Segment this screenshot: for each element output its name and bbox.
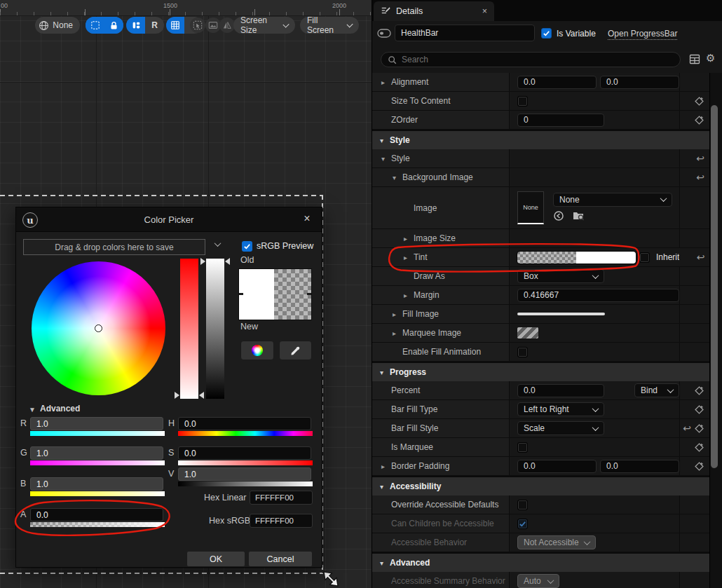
slider-input-b[interactable]: 1.0 (30, 477, 163, 491)
settings-gear-icon[interactable]: ⚙ (706, 52, 715, 64)
dropdown-bind[interactable]: Bind (634, 383, 679, 397)
expander-icon[interactable]: ▸ (393, 310, 402, 318)
bind-property-icon[interactable] (694, 423, 704, 434)
reset-to-default-icon[interactable]: ↩ (696, 172, 704, 182)
bind-property-icon[interactable] (694, 115, 704, 125)
gradient-bar-a[interactable] (30, 522, 165, 527)
slider-input-a[interactable]: 0.0 (30, 508, 163, 521)
browse-asset-icon[interactable] (573, 210, 585, 223)
expander-icon[interactable]: ▸ (404, 235, 414, 242)
checkbox[interactable] (517, 500, 528, 510)
gradient-bar-v[interactable] (178, 481, 313, 486)
slider-input-s[interactable]: 0.0 (178, 446, 311, 460)
widget-name-input[interactable]: HealthBar (395, 25, 535, 41)
reset-to-default-icon[interactable]: ↩ (696, 153, 704, 163)
number-input[interactable]: 0.0 (517, 384, 604, 397)
lock-icon[interactable] (104, 17, 123, 34)
slider-input-v[interactable]: 1.0 (178, 467, 311, 481)
tab-close-icon[interactable]: × (482, 6, 487, 16)
property-matrix-icon[interactable] (689, 54, 700, 67)
respect-locks-button[interactable]: R (145, 17, 164, 34)
saturation-handle-right[interactable] (199, 392, 204, 399)
category-advanced[interactable]: ▾Advanced (372, 552, 710, 572)
checkbox[interactable] (517, 96, 528, 107)
resize-handle-icon[interactable] (323, 571, 339, 587)
expander-icon[interactable]: ▸ (404, 292, 414, 299)
expander-icon[interactable]: ▸ (381, 463, 391, 470)
theme-menu-chevron-icon[interactable] (214, 240, 222, 247)
category-style[interactable]: ▾Style (372, 130, 710, 149)
bind-property-icon[interactable] (694, 404, 704, 415)
number-input[interactable]: 0.416667 (517, 289, 679, 302)
reset-to-default-icon[interactable]: ↩ (697, 252, 705, 262)
category-expander-icon[interactable]: ▾ (380, 369, 390, 376)
theme-dragdrop-area[interactable]: Drag & drop colors here to save (23, 239, 205, 255)
asset-thumbnail[interactable]: None (517, 191, 544, 224)
hex-srgb-input[interactable]: FFFFFF00 (250, 514, 313, 528)
saturation-handle-left[interactable] (175, 392, 179, 399)
bind-property-icon[interactable] (694, 442, 704, 453)
value-handle-left[interactable] (200, 258, 205, 265)
number-input[interactable]: 0.0 (517, 460, 597, 473)
advanced-expander-icon[interactable]: ▼ (29, 406, 36, 413)
cancel-button[interactable]: Cancel (248, 551, 313, 567)
search-input[interactable]: Search (381, 52, 681, 67)
value-handle-right[interactable] (225, 258, 230, 265)
use-selected-asset-icon[interactable] (553, 210, 564, 224)
open-progressbar-link[interactable]: Open ProgressBar (608, 29, 677, 40)
widget-outline-icon[interactable] (126, 17, 145, 34)
expander-icon[interactable]: ▸ (393, 329, 402, 337)
checkbox[interactable] (517, 347, 528, 357)
dropdown-scale[interactable]: Scale (517, 421, 604, 435)
slider-input-h[interactable]: 0.0 (178, 417, 311, 430)
bind-property-icon[interactable] (694, 96, 704, 107)
number-input[interactable]: 0.0 (600, 76, 679, 89)
bind-property-icon[interactable] (694, 385, 704, 396)
fill-screen-dropdown[interactable]: Fill Screen (300, 17, 359, 34)
hex-linear-input[interactable]: FFFFFF00 (250, 491, 313, 505)
checkbox[interactable] (517, 442, 528, 453)
bind-property-icon[interactable] (694, 461, 704, 472)
old-new-color-swatch[interactable] (239, 269, 311, 320)
dialog-titlebar[interactable]: u Color Picker × (16, 207, 322, 232)
gradient-bar-s[interactable] (178, 460, 313, 465)
expander-icon[interactable]: ▸ (381, 78, 391, 86)
marquee-image-preview[interactable] (517, 327, 538, 339)
color-wheel-cursor[interactable] (95, 324, 102, 332)
category-expander-icon[interactable]: ▾ (380, 559, 390, 567)
dropdown-left-to-right[interactable]: Left to Right (517, 402, 604, 416)
is-variable-checkbox[interactable] (541, 28, 552, 39)
localization-button[interactable]: None (35, 17, 80, 34)
scrollbar-thumb[interactable] (711, 105, 718, 468)
gradient-bar-g[interactable] (30, 460, 165, 465)
fill-image-preview[interactable] (517, 313, 605, 315)
value-slider[interactable] (206, 259, 224, 399)
gradient-bar-r[interactable] (30, 431, 165, 436)
checkbox[interactable] (639, 252, 650, 263)
eyedropper-button[interactable] (279, 341, 312, 360)
grid-snap-icon[interactable] (166, 17, 184, 34)
category-expander-icon[interactable]: ▾ (380, 483, 390, 491)
number-input[interactable]: 0 (517, 114, 604, 127)
tab-details[interactable]: Details × (374, 1, 494, 21)
tint-color-swatch[interactable] (517, 252, 636, 264)
category-expander-icon[interactable]: ▾ (380, 137, 390, 144)
expander-icon[interactable]: ▾ (381, 155, 391, 163)
number-input[interactable]: 0.0 (600, 460, 679, 473)
category-progress[interactable]: ▾Progress (372, 362, 710, 381)
saturation-slider[interactable] (180, 259, 198, 399)
expander-icon[interactable]: ▸ (404, 254, 414, 261)
dropdown-none[interactable]: None (553, 193, 672, 207)
expander-icon[interactable]: ▾ (393, 174, 402, 182)
select-mode-icon[interactable] (190, 18, 205, 33)
slider-input-r[interactable]: 1.0 (30, 417, 163, 430)
close-icon[interactable]: × (299, 211, 315, 226)
color-wheel-mode-button[interactable] (240, 341, 274, 360)
gradient-bar-b[interactable] (30, 491, 165, 496)
screen-size-dropdown[interactable]: Screen Size (233, 17, 295, 34)
number-input[interactable]: 0.0 (517, 76, 597, 89)
gradient-bar-h[interactable] (178, 431, 313, 436)
reset-to-default-icon[interactable]: ↩ (683, 423, 691, 433)
flip-direction-icon[interactable] (219, 18, 235, 33)
category-accessibility[interactable]: ▾Accessibility (372, 476, 710, 495)
